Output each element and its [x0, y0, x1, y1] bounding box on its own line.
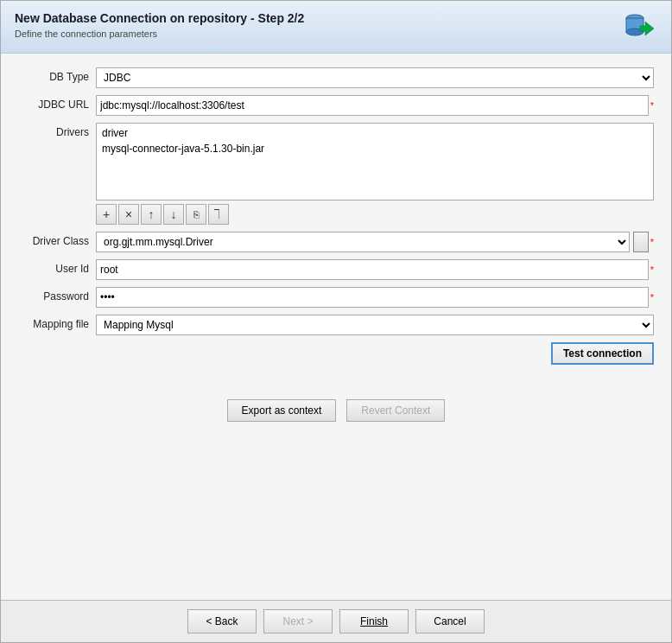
- mapping-file-row: Mapping file Mapping Mysql: [18, 315, 654, 335]
- add-driver-button[interactable]: +: [96, 204, 117, 225]
- db-type-control: JDBC: [96, 67, 654, 88]
- db-type-row: DB Type JDBC: [18, 67, 654, 88]
- finish-button[interactable]: Finish: [339, 609, 409, 633]
- move-down-button[interactable]: ↓: [163, 204, 184, 225]
- select-class-button[interactable]: [633, 232, 649, 252]
- dialog-subtitle: Define the connection parameters: [15, 29, 304, 39]
- password-input[interactable]: [96, 287, 649, 308]
- jdbc-url-label: JDBC URL: [18, 95, 96, 111]
- jdbc-url-row: JDBC URL *: [18, 95, 654, 116]
- export-context-button[interactable]: Export as context: [227, 399, 337, 422]
- jdbc-url-control: [96, 95, 649, 116]
- db-icon: [623, 11, 657, 46]
- jdbc-url-input[interactable]: [96, 95, 649, 116]
- next-button[interactable]: Next >: [263, 609, 333, 633]
- driver-item-1[interactable]: driver: [98, 125, 651, 141]
- driver-class-control: org.gjt.mm.mysql.Driver: [96, 232, 649, 252]
- remove-driver-button[interactable]: ×: [118, 204, 139, 225]
- test-connection-button[interactable]: Test connection: [551, 342, 654, 365]
- user-id-row: User Id *: [18, 259, 654, 280]
- user-id-input[interactable]: [96, 259, 649, 280]
- header-text-area: New Database Connection on repository - …: [15, 11, 304, 39]
- drivers-label: Drivers: [18, 123, 96, 138]
- paste-button[interactable]: ⏋: [208, 204, 229, 225]
- copy-button[interactable]: ⎘: [186, 204, 206, 225]
- mapping-file-select[interactable]: Mapping Mysql: [96, 315, 654, 335]
- user-id-required: *: [650, 264, 654, 275]
- user-id-control: [96, 259, 649, 280]
- driver-class-select[interactable]: org.gjt.mm.mysql.Driver: [96, 232, 630, 252]
- driver-class-required: *: [650, 237, 654, 247]
- revert-context-button[interactable]: Revert Context: [346, 399, 445, 422]
- driver-class-label: Driver Class: [18, 232, 96, 247]
- password-label: Password: [18, 287, 96, 302]
- cancel-button[interactable]: Cancel: [415, 609, 485, 633]
- dialog: New Database Connection on repository - …: [0, 0, 672, 643]
- driver-class-row: Driver Class org.gjt.mm.mysql.Driver *: [18, 232, 654, 252]
- form-content: DB Type JDBC JDBC URL * Drivers driver m…: [1, 54, 671, 600]
- jdbc-url-required: *: [650, 100, 654, 111]
- drivers-list[interactable]: driver mysql-connector-java-5.1.30-bin.j…: [96, 123, 654, 201]
- drivers-row: Drivers driver mysql-connector-java-5.1.…: [18, 123, 654, 225]
- driver-item-2[interactable]: mysql-connector-java-5.1.30-bin.jar: [98, 141, 651, 156]
- password-required: *: [650, 292, 654, 302]
- mapping-file-label: Mapping file: [18, 315, 96, 330]
- db-type-select[interactable]: JDBC: [96, 67, 654, 88]
- dialog-title: New Database Connection on repository - …: [15, 11, 304, 25]
- move-up-button[interactable]: ↑: [141, 204, 162, 225]
- user-id-label: User Id: [18, 259, 96, 275]
- mapping-file-control: Mapping Mysql: [96, 315, 654, 335]
- password-control: [96, 287, 649, 308]
- password-row: Password *: [18, 287, 654, 308]
- drivers-control: driver mysql-connector-java-5.1.30-bin.j…: [96, 123, 654, 225]
- test-connection-row: Test connection: [18, 342, 654, 365]
- back-button[interactable]: < Back: [187, 609, 257, 633]
- dialog-header: New Database Connection on repository - …: [1, 1, 671, 54]
- driver-toolbar: + × ↑ ↓ ⎘ ⏋: [96, 204, 654, 225]
- dialog-footer: < Back Next > Finish Cancel: [1, 600, 671, 642]
- context-buttons-area: Export as context Revert Context: [18, 399, 654, 422]
- db-type-label: DB Type: [18, 67, 96, 83]
